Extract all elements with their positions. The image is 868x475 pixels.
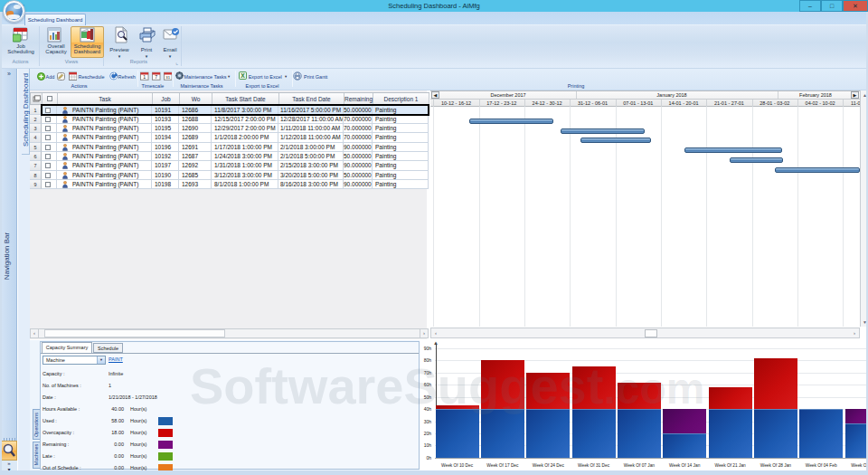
- svg-text:7: 7: [155, 74, 157, 80]
- svg-text:31: 31: [165, 75, 170, 80]
- svg-text:X: X: [241, 72, 246, 79]
- svg-text:1: 1: [144, 74, 146, 80]
